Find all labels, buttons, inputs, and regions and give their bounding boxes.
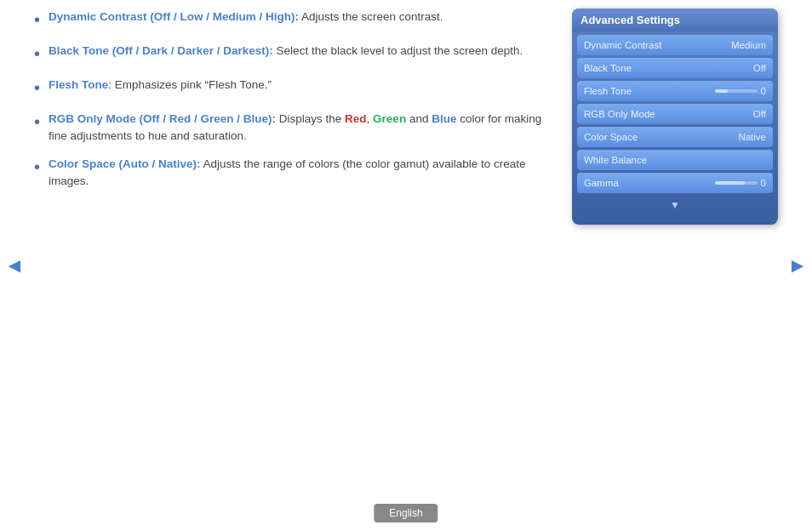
panel-value-gamma: 0 <box>761 178 766 188</box>
panel-label-dynamic-contrast: Dynamic Contrast <box>584 40 661 50</box>
main-content: • Dynamic Contrast (Off / Low / Medium /… <box>34 9 778 497</box>
slider-fill-gamma <box>715 181 745 185</box>
panel-row-dynamic-contrast[interactable]: Dynamic Contrast Medium <box>577 35 773 55</box>
list-item: • Color Space (Auto / Native): Adjusts t… <box>34 156 545 191</box>
panel-value-flesh-tone: 0 <box>761 86 766 96</box>
list-item: • Black Tone (Off / Dark / Darker / Dark… <box>34 43 545 66</box>
link-color-space[interactable]: Color Space (Auto / Native): <box>49 157 201 170</box>
bullet-dot: • <box>34 75 40 100</box>
bullet-text-flesh-tone: Flesh Tone: Emphasizes pink “Flesh Tone.… <box>49 77 272 94</box>
language-button[interactable]: English <box>374 504 437 522</box>
link-flesh-tone[interactable]: Flesh Tone <box>49 78 108 91</box>
bullet-dot: • <box>34 154 40 180</box>
nav-arrow-left[interactable]: ◄ <box>4 254 25 277</box>
list-item: • Flesh Tone: Emphasizes pink “Flesh Ton… <box>34 77 545 100</box>
list-item: • Dynamic Contrast (Off / Low / Medium /… <box>34 9 545 32</box>
panel-value-color-space: Native <box>738 132 766 142</box>
slider-track-gamma[interactable] <box>715 181 758 185</box>
panel-label-gamma: Gamma <box>584 178 619 188</box>
bullet-text-color-space: Color Space (Auto / Native): Adjusts the… <box>49 156 545 191</box>
bullet-dot: • <box>34 109 40 134</box>
panel-label-white-balance: White Balance <box>584 155 647 165</box>
panel-label-color-space: Color Space <box>584 132 638 142</box>
panel-label-rgb-only: RGB Only Mode <box>584 109 655 119</box>
panel-row-flesh-tone[interactable]: Flesh Tone 0 <box>577 81 773 101</box>
bullet-list: • Dynamic Contrast (Off / Low / Medium /… <box>34 9 545 190</box>
link-black-tone[interactable]: Black Tone (Off / Dark / Darker / Darkes… <box>49 44 273 57</box>
bullet-text-dynamic-contrast: Dynamic Contrast (Off / Low / Medium / H… <box>49 9 443 26</box>
panel-rows: Dynamic Contrast Medium Black Tone Off F… <box>572 31 778 216</box>
list-item: • RGB Only Mode (Off / Red / Green / Blu… <box>34 111 545 146</box>
advanced-settings-panel: Advanced Settings Dynamic Contrast Mediu… <box>572 9 778 225</box>
panel-title: Advanced Settings <box>580 14 680 26</box>
panel-row-white-balance[interactable]: White Balance <box>577 150 773 170</box>
panel-label-flesh-tone: Flesh Tone <box>584 86 632 96</box>
panel-dropdown-arrow[interactable]: ▼ <box>577 196 773 213</box>
panel-value-black-tone: Off <box>753 63 766 73</box>
panel-row-black-tone[interactable]: Black Tone Off <box>577 58 773 78</box>
link-rgb-mode[interactable]: RGB Only Mode (Off / Red / Green / Blue)… <box>49 112 276 125</box>
link-blue-color[interactable]: Blue <box>432 112 456 125</box>
left-content: • Dynamic Contrast (Off / Low / Medium /… <box>34 9 545 200</box>
bullet-text-black-tone: Black Tone (Off / Dark / Darker / Darkes… <box>49 43 523 60</box>
link-red[interactable]: Red <box>345 112 367 125</box>
panel-slider-gamma: 0 <box>715 178 766 188</box>
panel-label-black-tone: Black Tone <box>584 63 632 73</box>
panel-row-color-space[interactable]: Color Space Native <box>577 127 773 147</box>
bullet-text-rgb: RGB Only Mode (Off / Red / Green / Blue)… <box>49 111 545 146</box>
slider-fill-flesh-tone <box>715 89 728 93</box>
bullet-dot: • <box>34 41 40 66</box>
panel-value-dynamic-contrast: Medium <box>731 40 766 50</box>
nav-arrow-right[interactable]: ► <box>787 254 808 277</box>
panel-row-gamma[interactable]: Gamma 0 <box>577 173 773 193</box>
panel-value-rgb-only: Off <box>753 109 766 119</box>
slider-track-flesh-tone[interactable] <box>715 89 758 93</box>
link-green[interactable]: Green <box>373 112 406 125</box>
panel-row-rgb-only[interactable]: RGB Only Mode Off <box>577 104 773 124</box>
link-dynamic-contrast[interactable]: Dynamic Contrast (Off / Low / Medium / H… <box>49 10 299 23</box>
panel-header: Advanced Settings <box>572 9 778 31</box>
bullet-dot: • <box>34 7 40 32</box>
panel-slider-flesh-tone: 0 <box>715 86 766 96</box>
